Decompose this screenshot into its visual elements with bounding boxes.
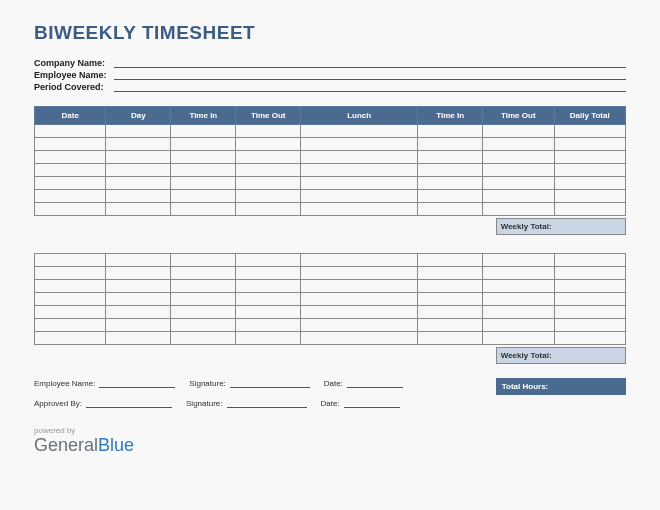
timesheet-cell[interactable]: [483, 267, 554, 280]
timesheet-cell[interactable]: [171, 151, 236, 164]
timesheet-cell[interactable]: [35, 267, 106, 280]
timesheet-cell[interactable]: [483, 164, 554, 177]
timesheet-cell[interactable]: [483, 151, 554, 164]
employee-name-input-line[interactable]: [114, 70, 626, 80]
timesheet-cell[interactable]: [554, 293, 626, 306]
timesheet-cell[interactable]: [236, 138, 301, 151]
timesheet-cell[interactable]: [554, 319, 626, 332]
timesheet-cell[interactable]: [106, 319, 171, 332]
timesheet-cell[interactable]: [483, 190, 554, 203]
timesheet-cell[interactable]: [301, 203, 418, 216]
sig-approver-signature-line[interactable]: [227, 398, 307, 408]
timesheet-cell[interactable]: [301, 190, 418, 203]
timesheet-cell[interactable]: [418, 125, 483, 138]
timesheet-cell[interactable]: [171, 177, 236, 190]
timesheet-cell[interactable]: [483, 254, 554, 267]
timesheet-cell[interactable]: [418, 138, 483, 151]
timesheet-cell[interactable]: [171, 254, 236, 267]
timesheet-cell[interactable]: [106, 138, 171, 151]
timesheet-cell[interactable]: [301, 306, 418, 319]
timesheet-cell[interactable]: [554, 177, 626, 190]
timesheet-cell[interactable]: [106, 164, 171, 177]
timesheet-cell[interactable]: [171, 203, 236, 216]
timesheet-cell[interactable]: [171, 125, 236, 138]
timesheet-cell[interactable]: [171, 280, 236, 293]
timesheet-cell[interactable]: [106, 125, 171, 138]
timesheet-cell[interactable]: [35, 138, 106, 151]
timesheet-cell[interactable]: [418, 151, 483, 164]
timesheet-cell[interactable]: [236, 306, 301, 319]
timesheet-cell[interactable]: [106, 280, 171, 293]
timesheet-cell[interactable]: [236, 203, 301, 216]
timesheet-cell[interactable]: [418, 164, 483, 177]
timesheet-cell[interactable]: [106, 151, 171, 164]
timesheet-cell[interactable]: [483, 203, 554, 216]
timesheet-cell[interactable]: [236, 151, 301, 164]
timesheet-cell[interactable]: [418, 190, 483, 203]
timesheet-cell[interactable]: [106, 177, 171, 190]
timesheet-cell[interactable]: [106, 267, 171, 280]
timesheet-cell[interactable]: [483, 280, 554, 293]
timesheet-cell[interactable]: [171, 164, 236, 177]
timesheet-cell[interactable]: [554, 151, 626, 164]
timesheet-cell[interactable]: [301, 138, 418, 151]
sig-approved-by-line[interactable]: [86, 398, 172, 408]
timesheet-cell[interactable]: [106, 332, 171, 345]
timesheet-cell[interactable]: [106, 293, 171, 306]
timesheet-cell[interactable]: [301, 125, 418, 138]
timesheet-cell[interactable]: [418, 267, 483, 280]
timesheet-cell[interactable]: [35, 254, 106, 267]
timesheet-cell[interactable]: [236, 254, 301, 267]
timesheet-cell[interactable]: [236, 177, 301, 190]
timesheet-cell[interactable]: [554, 280, 626, 293]
timesheet-cell[interactable]: [483, 138, 554, 151]
timesheet-cell[interactable]: [236, 164, 301, 177]
timesheet-cell[interactable]: [301, 267, 418, 280]
timesheet-cell[interactable]: [171, 306, 236, 319]
timesheet-cell[interactable]: [236, 332, 301, 345]
timesheet-cell[interactable]: [418, 293, 483, 306]
timesheet-cell[interactable]: [106, 306, 171, 319]
timesheet-cell[interactable]: [236, 319, 301, 332]
sig-employee-date-line[interactable]: [347, 378, 403, 388]
timesheet-cell[interactable]: [554, 254, 626, 267]
timesheet-cell[interactable]: [554, 267, 626, 280]
timesheet-cell[interactable]: [418, 332, 483, 345]
timesheet-cell[interactable]: [483, 293, 554, 306]
timesheet-cell[interactable]: [301, 280, 418, 293]
timesheet-cell[interactable]: [483, 319, 554, 332]
timesheet-cell[interactable]: [35, 151, 106, 164]
timesheet-cell[interactable]: [35, 177, 106, 190]
timesheet-cell[interactable]: [236, 280, 301, 293]
timesheet-cell[interactable]: [418, 254, 483, 267]
timesheet-cell[interactable]: [236, 267, 301, 280]
timesheet-cell[interactable]: [106, 254, 171, 267]
timesheet-cell[interactable]: [171, 267, 236, 280]
sig-employee-name-line[interactable]: [99, 378, 175, 388]
timesheet-cell[interactable]: [418, 177, 483, 190]
timesheet-cell[interactable]: [236, 293, 301, 306]
timesheet-cell[interactable]: [35, 125, 106, 138]
timesheet-cell[interactable]: [171, 293, 236, 306]
timesheet-cell[interactable]: [171, 138, 236, 151]
timesheet-cell[interactable]: [236, 190, 301, 203]
timesheet-cell[interactable]: [418, 203, 483, 216]
timesheet-cell[interactable]: [301, 293, 418, 306]
company-name-input-line[interactable]: [114, 58, 626, 68]
timesheet-cell[interactable]: [301, 177, 418, 190]
timesheet-cell[interactable]: [554, 332, 626, 345]
timesheet-cell[interactable]: [35, 203, 106, 216]
timesheet-cell[interactable]: [554, 190, 626, 203]
timesheet-cell[interactable]: [106, 203, 171, 216]
timesheet-cell[interactable]: [418, 280, 483, 293]
period-covered-input-line[interactable]: [114, 82, 626, 92]
timesheet-cell[interactable]: [301, 332, 418, 345]
timesheet-cell[interactable]: [483, 177, 554, 190]
timesheet-cell[interactable]: [418, 306, 483, 319]
timesheet-cell[interactable]: [35, 190, 106, 203]
timesheet-cell[interactable]: [418, 319, 483, 332]
timesheet-cell[interactable]: [35, 306, 106, 319]
timesheet-cell[interactable]: [171, 190, 236, 203]
timesheet-cell[interactable]: [483, 125, 554, 138]
sig-employee-signature-line[interactable]: [230, 378, 310, 388]
